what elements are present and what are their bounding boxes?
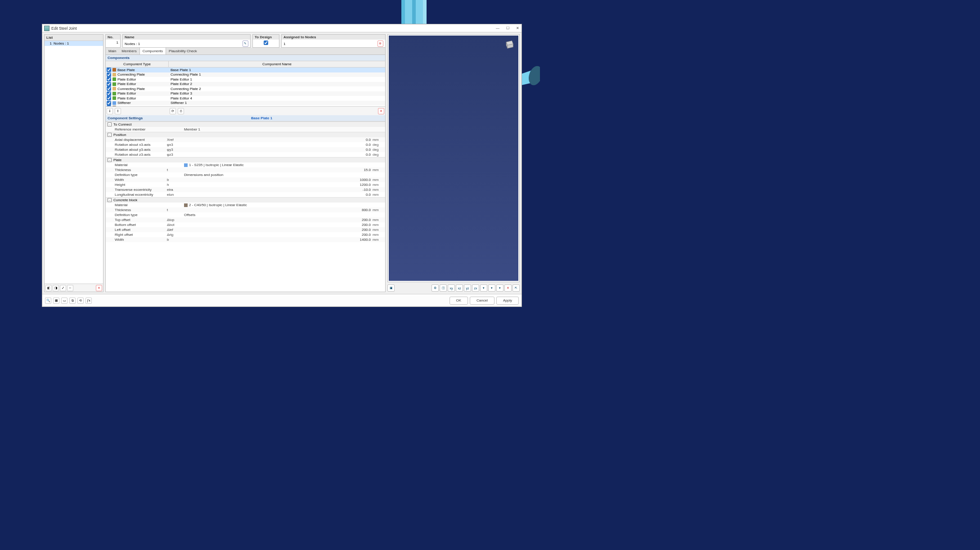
footer-tool-6[interactable]: ƒx — [85, 298, 92, 304]
tab-components[interactable]: Components — [139, 48, 166, 54]
settings-group-header[interactable]: −Concrete block — [106, 197, 385, 203]
viewport-panel: ▣ ⚙ ◫ xy xz yz zx ▾ ▾ ▾ ✕ ⇱ — [387, 34, 520, 292]
cancel-button[interactable]: Cancel — [470, 297, 494, 305]
edit-name-button[interactable]: ✎ — [243, 41, 248, 47]
tabs: Main Members Components Plausibility Che… — [105, 48, 386, 55]
property-row[interactable]: Left offsetΔlef200.0mm — [106, 227, 385, 232]
property-row[interactable]: Definition typeDimensions and position — [106, 172, 385, 177]
tab-plausibility[interactable]: Plausibility Check — [166, 48, 200, 54]
list-tool-2[interactable]: ◨ — [53, 285, 59, 291]
footer-tool-5[interactable]: ⟲ — [77, 298, 84, 304]
window-maximize-button[interactable]: ☐ — [505, 26, 510, 31]
comp-tool-4[interactable]: ⎙ — [178, 108, 184, 114]
view-tool-iso[interactable]: xy — [448, 284, 455, 292]
property-row[interactable]: Bottom offsetΔbot200.0mm — [106, 222, 385, 227]
view-tool-render[interactable]: ▾ — [480, 284, 487, 292]
component-enable-checkbox[interactable] — [107, 77, 111, 81]
collapse-icon[interactable]: − — [108, 133, 112, 137]
assigned-nodes-input[interactable] — [283, 42, 376, 46]
comp-delete-button[interactable]: ✕ — [378, 108, 384, 114]
name-input[interactable] — [125, 42, 241, 46]
view-tool-display[interactable]: ▾ — [488, 284, 495, 292]
component-row[interactable]: Base Plate Base Plate 1 — [106, 68, 385, 72]
ok-button[interactable]: OK — [450, 297, 468, 305]
svg-point-29 — [526, 64, 540, 87]
property-row[interactable]: Longitudinal eccentricityelon0.0mm — [106, 192, 385, 197]
view-tool-yz[interactable]: yz — [464, 284, 471, 292]
property-row[interactable]: Rotation about y3-axisφy30.0deg — [106, 147, 385, 152]
app-icon — [44, 26, 49, 31]
component-row[interactable]: Plate Editor Plate Editor 3 — [106, 91, 385, 96]
list-tool-4[interactable]: ↔ — [67, 285, 73, 291]
view-tool-cx[interactable]: ✕ — [504, 284, 512, 292]
property-row[interactable]: Heighth1200.0mm — [106, 182, 385, 187]
window-minimize-button[interactable]: — — [495, 26, 500, 31]
component-enable-checkbox[interactable] — [107, 101, 111, 105]
window-close-button[interactable]: ✕ — [515, 26, 520, 31]
footer-tool-4[interactable]: ⧉ — [69, 298, 76, 304]
property-row[interactable]: Material1 - S235 | Isotropic | Linear El… — [106, 162, 385, 167]
property-row[interactable]: Rotation about x3-axisφx30.0deg — [106, 142, 385, 147]
tab-members[interactable]: Members — [119, 48, 139, 54]
property-row[interactable]: Right offsetΔrig200.0mm — [106, 232, 385, 237]
list-panel-header: List — [45, 35, 103, 41]
comp-tool-2[interactable]: ↥ — [115, 108, 121, 114]
property-row[interactable]: Transverse eccentricityetra-10.0mm — [106, 187, 385, 192]
footer-tool-3[interactable]: ▭ — [61, 298, 67, 304]
list-panel: List 1 Nodes : 1 ◧ ◨ ⤢ ↔ ✕ — [44, 34, 103, 292]
orientation-cube[interactable] — [503, 38, 516, 51]
property-row[interactable]: Rotation about z3-axisφz30.0deg — [106, 152, 385, 157]
list-delete-button[interactable]: ✕ — [96, 285, 102, 291]
collapse-icon[interactable]: − — [108, 122, 112, 126]
footer-tool-1[interactable]: 🔍 — [45, 298, 51, 304]
settings-body[interactable]: −To ConnectReference memberMember 1−Posi… — [106, 122, 385, 292]
view-tool-print[interactable]: ▾ — [496, 284, 503, 292]
property-row[interactable]: Thicknesst15.0mm — [106, 167, 385, 172]
component-enable-checkbox[interactable] — [107, 82, 111, 86]
comp-tool-1[interactable]: ↧ — [107, 108, 113, 114]
list-tool-3[interactable]: ⤢ — [60, 285, 66, 291]
apply-button[interactable]: Apply — [496, 297, 519, 305]
3d-viewport[interactable] — [389, 36, 518, 281]
settings-group-header[interactable]: −To Connect — [106, 122, 385, 127]
view-tool-xz[interactable]: xz — [456, 284, 463, 292]
property-row[interactable]: Reference memberMember 1 — [106, 127, 385, 132]
view-tool-xy[interactable]: zx — [472, 284, 479, 292]
property-row[interactable]: Material2 - C40/50 | Isotropic | Linear … — [106, 203, 385, 207]
list-item[interactable]: 1 Nodes : 1 — [45, 41, 103, 46]
view-tool-1[interactable]: ⚙ — [432, 284, 439, 292]
field-name: Name ✎ — [122, 34, 251, 48]
component-row[interactable]: Stiffener Stiffener 1 — [106, 101, 385, 106]
to-design-checkbox[interactable] — [264, 41, 268, 45]
component-enable-checkbox[interactable] — [107, 86, 111, 91]
component-enable-checkbox[interactable] — [107, 96, 111, 100]
property-row[interactable]: Top offsetΔtop200.0mm — [106, 217, 385, 222]
property-row[interactable]: Definition typeOffsets — [106, 212, 385, 217]
property-row[interactable]: Widthb1400.0mm — [106, 237, 385, 242]
collapse-icon[interactable]: − — [108, 158, 112, 162]
property-row[interactable]: Axial displacementXref0.0mm — [106, 137, 385, 142]
property-row[interactable]: Widthb1000.0mm — [106, 177, 385, 182]
comp-tool-3[interactable]: ⟳ — [170, 108, 176, 114]
view-tool-export[interactable]: ⇱ — [512, 284, 520, 292]
property-row[interactable]: Thicknesst800.0mm — [106, 207, 385, 212]
view-tool-select[interactable]: ▣ — [387, 284, 395, 292]
component-row[interactable]: Plate Editor Plate Editor 1 — [106, 77, 385, 82]
view-tool-2[interactable]: ◫ — [440, 284, 447, 292]
component-row[interactable]: Connecting Plate Connecting Plate 2 — [106, 86, 385, 91]
tab-main[interactable]: Main — [106, 48, 119, 54]
component-row[interactable]: Connecting Plate Connecting Plate 1 — [106, 72, 385, 77]
component-enable-checkbox[interactable] — [107, 91, 111, 96]
settings-group-header[interactable]: −Position — [106, 132, 385, 137]
settings-group-header[interactable]: −Plate — [106, 157, 385, 162]
list-tool-1[interactable]: ◧ — [45, 285, 52, 291]
component-enable-checkbox[interactable] — [107, 72, 111, 77]
component-row[interactable]: Plate Editor Plate Editor 2 — [106, 82, 385, 87]
footer-tool-2[interactable]: ▦ — [53, 298, 59, 304]
titlebar: Edit Steel Joint — ☐ ✕ — [42, 24, 521, 32]
component-enable-checkbox[interactable] — [107, 68, 111, 72]
viewport-toolbar: ▣ ⚙ ◫ xy xz yz zx ▾ ▾ ▾ ✕ ⇱ — [387, 284, 520, 292]
collapse-icon[interactable]: − — [108, 198, 112, 202]
pick-nodes-button[interactable]: ✲ — [378, 41, 383, 47]
component-row[interactable]: Plate Editor Plate Editor 4 — [106, 96, 385, 101]
